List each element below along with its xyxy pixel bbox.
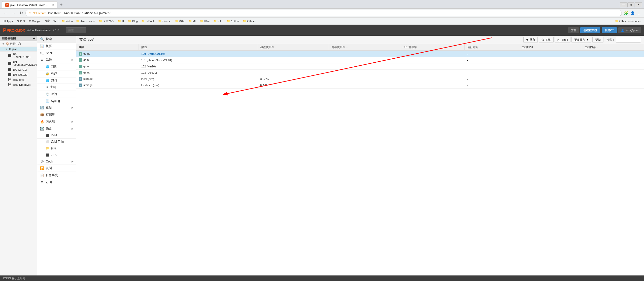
- pve-search-wrapper: [66, 27, 86, 33]
- node-panel-item-firewall[interactable]: 🔥 防火墙 ▶: [37, 118, 76, 125]
- refresh-button[interactable]: ↻: [18, 10, 24, 16]
- forward-button[interactable]: →: [10, 10, 17, 16]
- more-actions-button[interactable]: 更多操作 ▼: [571, 37, 591, 43]
- node-panel-item-lvm-thin[interactable]: ⬜ LVM-Thin: [37, 139, 76, 145]
- col-desc[interactable]: 描述: [139, 44, 258, 51]
- main-search-wrapper: 搜索：: [606, 37, 641, 43]
- folder-icon1: 📁: [61, 19, 65, 23]
- node-panel-item-shell[interactable]: >_ Shell: [37, 50, 76, 56]
- directory-icon: 📁: [46, 147, 49, 150]
- bookmark-baidu[interactable]: 百 百度: [15, 19, 27, 23]
- node-panel-item-subscription[interactable]: ⚙ 订阅: [37, 179, 76, 186]
- node-panel-item-search[interactable]: 🔍 搜索: [37, 36, 76, 43]
- node-panel-item-host[interactable]: 🖥 主机: [37, 84, 76, 91]
- bookmark-baidu2[interactable]: 百度: [43, 19, 51, 23]
- node-panel-item-dns[interactable]: 🌐 DNS: [37, 77, 76, 84]
- pve-search-input[interactable]: [66, 27, 86, 33]
- minimize-button[interactable]: —: [620, 2, 627, 7]
- shell-toolbar-button[interactable]: >_ Shell: [555, 37, 570, 43]
- node-panel-item-directory[interactable]: 📁 目录: [37, 145, 76, 152]
- bookmark-google[interactable]: G Google: [27, 19, 42, 23]
- table-row[interactable]: qqemu 102 (win10) -: [76, 63, 644, 70]
- sidebar-item-pve[interactable]: ▼ 🖥 pve: [0, 47, 37, 52]
- doc-button[interactable]: 文档: [568, 27, 579, 33]
- col-type[interactable]: 类别 ↑: [76, 44, 139, 51]
- node-panel-item-zfs[interactable]: ⬛ ZFS: [37, 152, 76, 158]
- bookmark-it[interactable]: 📁 IT: [116, 19, 126, 23]
- col-uptime[interactable]: 运行时间: [464, 44, 519, 51]
- table-row[interactable]: qqemu 103 (DS920) -: [76, 70, 644, 76]
- main-search-input[interactable]: [616, 37, 641, 43]
- bookmark-ebook[interactable]: 📁 E-Book: [140, 19, 156, 23]
- node-panel-item-disk[interactable]: 💽 磁盘 ▶: [37, 125, 76, 132]
- bookmark-others[interactable]: 📁 Others: [241, 19, 257, 23]
- sidebar-item-local-lvm[interactable]: 💾 local-lvm (pve): [0, 82, 37, 87]
- sidebar-item-vm102[interactable]: ⬛ 102 (win10): [0, 67, 37, 72]
- bookmark-nas[interactable]: 📁 NAS: [212, 19, 225, 23]
- row5-mem: [329, 76, 400, 82]
- storage-icon1: s: [79, 77, 82, 81]
- bookmark-other-bookmarks[interactable]: 📁 Other bookmarks: [614, 19, 642, 23]
- bookmark-course[interactable]: 📁 Course: [157, 19, 173, 23]
- sidebar-item-vm103[interactable]: ⬛ 103 (DS920): [0, 72, 37, 77]
- table-row[interactable]: sstorage local (pve) 39.7 % -: [76, 76, 644, 82]
- menu-icon[interactable]: ⋮: [636, 10, 642, 16]
- sidebar-item-vm101[interactable]: ⬛ 101 (ubuntuServer21.04): [0, 59, 37, 67]
- bookmark-w[interactable]: W: [52, 19, 57, 23]
- col-mem[interactable]: 内存使用率...: [329, 44, 400, 51]
- node-panel-item-updates[interactable]: 🔄 更新 ▶: [37, 104, 76, 111]
- bookmark-kaoyan[interactable]: 📁 考研: [174, 19, 186, 23]
- col-host-mem[interactable]: 主机内存...: [582, 44, 644, 51]
- google-label: Google: [32, 20, 41, 23]
- node-panel-item-ceph[interactable]: ◎ Ceph ▶: [37, 158, 76, 165]
- close-button[interactable]: ×: [635, 2, 642, 7]
- bookmark-apps[interactable]: ⊞ Apps: [2, 19, 14, 23]
- bookmark-blog[interactable]: 📁 Blog: [126, 19, 139, 23]
- user-button[interactable]: 👤 root@pam: [618, 27, 641, 33]
- col-disk[interactable]: 磁盘使用率...: [258, 44, 329, 51]
- col-cpu[interactable]: CPU利用率: [400, 44, 464, 51]
- bookmark-ml[interactable]: 📁 ML: [187, 19, 198, 23]
- bookmark-amusement[interactable]: 📁 Amusement: [75, 19, 97, 23]
- back-button[interactable]: ←: [2, 10, 9, 16]
- node-panel-item-repo[interactable]: 📦 存储库: [37, 111, 76, 118]
- create-ct-button[interactable]: 创建CT: [602, 27, 617, 33]
- baidu2-label: 百度: [44, 19, 50, 23]
- bookmark-fenbu[interactable]: 📁 分布式: [225, 19, 241, 23]
- restore-button[interactable]: □: [627, 2, 634, 7]
- bookmark-wenzhang[interactable]: 📁 文章发布: [97, 19, 116, 23]
- extensions-icon[interactable]: 🧩: [623, 10, 629, 16]
- node-panel-item-time[interactable]: 🕐 时间: [37, 91, 76, 98]
- table-row[interactable]: sstorage local-lvm (pve) 8.6 % -: [76, 82, 644, 89]
- node-panel-item-summary[interactable]: 📊 概要: [37, 43, 76, 50]
- restart-button[interactable]: ↺ 重启: [523, 37, 538, 43]
- bookmark-mianshi[interactable]: 📁 面试: [198, 19, 211, 23]
- row5-type: sstorage: [76, 76, 139, 82]
- node-panel-item-task-history[interactable]: 📋 任务历史: [37, 172, 76, 179]
- sidebar-item-datacenter[interactable]: ▼ 🏠 数据中心: [0, 41, 37, 47]
- node-panel-item-replicate[interactable]: 🔁 复制: [37, 165, 76, 172]
- help-button[interactable]: 帮助: [592, 37, 603, 43]
- node-panel-item-network[interactable]: 🌐 网络: [37, 63, 76, 70]
- sidebar-item-vm100[interactable]: ⬛ 100 (Ubuntu21.04): [0, 52, 37, 59]
- row1-uptime: -: [464, 51, 519, 57]
- address-bar[interactable]: ⚠ Not secure 192.168.31.142:8006/#v1:0=n…: [25, 10, 622, 16]
- main-toolbar: ↺ 重启 ⏻ 关机 >_ Shell 更多操作 ▼: [523, 37, 641, 43]
- node-panel-item-syslog[interactable]: 📄 Syslog: [37, 98, 76, 104]
- bookmark-video[interactable]: 📁 Video: [60, 19, 74, 23]
- node-panel-item-credentials[interactable]: 🔐 凭证: [37, 70, 76, 77]
- shutdown-button[interactable]: ⏻ 关机: [539, 37, 554, 43]
- node-panel-item-lvm[interactable]: ⬛ LVM: [37, 132, 76, 139]
- sidebar-item-local[interactable]: 💾 local (pve): [0, 77, 37, 82]
- collapse-icon[interactable]: ◀: [33, 37, 35, 40]
- node-panel-item-system[interactable]: ⚙ 系统 ▶: [37, 56, 76, 63]
- table-row[interactable]: qqemu 101 (ubuntuServer21.04) -: [76, 57, 644, 63]
- col-host-cpu[interactable]: 主机CPU...: [519, 44, 582, 51]
- table-row[interactable]: qqemu 100 (Ubuntu21.04) -: [76, 51, 644, 57]
- browser-tab[interactable]: P pve - Proxmox Virtual Enviro... ×: [2, 1, 57, 8]
- profile-icon[interactable]: 👤: [629, 10, 635, 16]
- tab-close-button[interactable]: ×: [52, 3, 54, 7]
- new-tab-button[interactable]: +: [57, 1, 65, 8]
- firewall-icon: 🔥: [40, 120, 44, 124]
- create-vm-button[interactable]: 创建虚拟机: [580, 27, 600, 33]
